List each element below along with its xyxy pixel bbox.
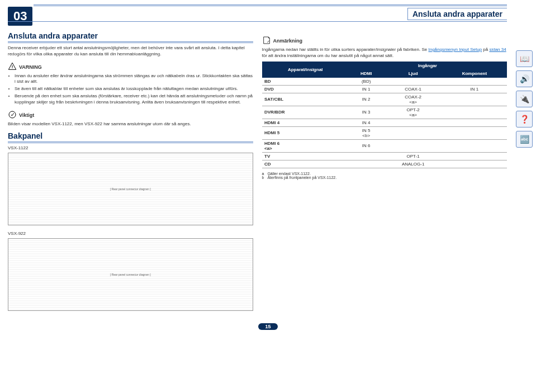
- header-rule: [34, 4, 507, 6]
- table-cell: OPT-2 <a>: [384, 106, 442, 119]
- intro-text: Denna receiver erbjuder ett stort antal …: [8, 45, 253, 58]
- header-title: Ansluta andra apparater: [407, 8, 507, 20]
- table-row: DVR/BDRIN 3OPT-2 <a>: [262, 106, 507, 119]
- table-cell: HDMI 5: [262, 126, 348, 139]
- table-cell: IN 1: [442, 85, 506, 93]
- table-cell: IN 3: [348, 106, 383, 119]
- table-cell: HDMI 6 <a>: [262, 139, 348, 152]
- left-column: Ansluta andra apparater Denna receiver e…: [8, 31, 253, 317]
- table-cell: IN 2: [348, 93, 383, 106]
- important-label: Viktigt: [19, 112, 34, 118]
- heading-rule: [8, 41, 253, 43]
- section-heading: Ansluta andra apparater: [8, 31, 253, 40]
- table-cell: HDMI 4: [262, 119, 348, 126]
- table-cell: [442, 106, 506, 119]
- th-apparat: Apparat/insignal: [262, 62, 348, 77]
- table-cell: OPT-1: [384, 152, 442, 160]
- chapter-badge: 03: [8, 7, 32, 26]
- table-cell: IN 4: [348, 119, 383, 126]
- header-rule-bottom: [8, 21, 507, 22]
- table-cell: (BD): [348, 77, 383, 85]
- table-cell: [348, 152, 383, 160]
- table-cell: [384, 139, 442, 152]
- table-cell: [384, 119, 442, 126]
- th-ingangar: Ingångar: [348, 62, 506, 69]
- important-icon: [8, 110, 17, 120]
- footnote-b-label: b: [262, 176, 264, 180]
- side-icon-help[interactable]: ❓: [516, 111, 533, 127]
- warning-item: Se även till att nätkablar till enheter …: [15, 86, 253, 92]
- table-row: CDANALOG-1: [262, 160, 507, 168]
- footnotes: aGäller endast VSX-1122. bÅterfinns på f…: [262, 172, 507, 180]
- svg-text:!: !: [12, 64, 13, 69]
- table-cell: BD: [262, 77, 348, 85]
- bakpanel-title: Bakpanel: [8, 131, 253, 140]
- note-text-part3: för att ändra inställningarna om du har …: [262, 53, 394, 58]
- table-cell: [442, 139, 506, 152]
- svg-point-1: [9, 111, 16, 118]
- table-cell: DVD: [262, 85, 348, 93]
- side-icon-book[interactable]: 📖: [516, 50, 533, 67]
- th-komponent: Komponent: [442, 69, 506, 77]
- model-label-2: VSX-922: [8, 231, 253, 236]
- note-text-part2: på: [482, 47, 489, 52]
- note-icon: [262, 36, 271, 46]
- side-icon-connect[interactable]: 🔌: [516, 91, 533, 107]
- table-cell: [384, 126, 442, 139]
- table-cell: [442, 77, 506, 85]
- rear-panel-diagram-1: [ Rear panel connector diagram ]: [8, 153, 253, 225]
- note-link-input-setup[interactable]: Ingångsmenyn Input Setup: [428, 47, 482, 52]
- table-row: HDMI 4IN 4: [262, 119, 507, 126]
- th-ljud: Ljud: [384, 69, 442, 77]
- table-row: TVOPT-1: [262, 152, 507, 160]
- table-cell: IN 5 <b>: [348, 126, 383, 139]
- warning-item: Innan du ansluter eller ändrar anslutnin…: [15, 73, 253, 86]
- table-cell: [442, 160, 506, 168]
- side-nav-icons: 📖 🔊 🔌 ❓ 🔤: [516, 50, 533, 148]
- important-text: Bilden visar modellen VSX-1122, men VSX-…: [8, 121, 253, 127]
- note-heading: Anmärkning: [262, 36, 507, 46]
- warning-icon: !: [8, 62, 17, 72]
- important-heading: Viktigt: [8, 110, 253, 120]
- table-cell: CD: [262, 160, 348, 168]
- table-cell: COAX-2 <a>: [384, 93, 442, 106]
- table-cell: [348, 160, 383, 168]
- note-text: Ingångarna nedan har ställts in för olik…: [262, 47, 507, 59]
- side-icon-audio[interactable]: 🔊: [516, 70, 533, 87]
- table-cell: [442, 93, 506, 106]
- table-cell: [442, 126, 506, 139]
- warning-heading: ! VARNING: [8, 62, 253, 72]
- footnote-a-label: a: [262, 172, 264, 176]
- note-link-page34[interactable]: sidan 34: [489, 47, 506, 52]
- table-cell: DVR/BDR: [262, 106, 348, 119]
- table-cell: IN 6: [348, 139, 383, 152]
- table-cell: [442, 119, 506, 126]
- page-number: 15: [258, 323, 277, 330]
- table-cell: TV: [262, 152, 348, 160]
- rear-panel-diagram-2: [ Rear panel connector diagram ]: [8, 238, 253, 311]
- page-number-container: 15: [0, 323, 536, 330]
- model-label-1: VSX-1122: [8, 145, 253, 150]
- footnote-a-text: Gäller endast VSX-1122.: [267, 172, 310, 176]
- table-row: BD(BD): [262, 77, 507, 85]
- warning-label: VARNING: [19, 64, 42, 70]
- side-icon-index[interactable]: 🔤: [516, 131, 533, 148]
- th-hdmi: HDMI: [348, 69, 383, 77]
- table-cell: [442, 152, 506, 160]
- bakpanel-rule: [8, 141, 253, 143]
- note-text-part1: Ingångarna nedan har ställts in för olik…: [262, 47, 429, 52]
- warning-list: Innan du ansluter eller ändrar anslutnin…: [8, 73, 253, 106]
- table-cell: COAX-1: [384, 85, 442, 93]
- footnote-b-text: Återfinns på frontpanelen på VSX-1122.: [267, 176, 336, 180]
- table-row: SAT/CBLIN 2COAX-2 <a>: [262, 93, 507, 106]
- inputs-table: Apparat/insignal Ingångar HDMI Ljud Komp…: [262, 62, 507, 168]
- table-cell: IN 1: [348, 85, 383, 93]
- table-row: HDMI 6 <a>IN 6: [262, 139, 507, 152]
- table-cell: ANALOG-1: [384, 160, 442, 168]
- table-cell: [384, 77, 442, 85]
- table-row: DVDIN 1COAX-1IN 1: [262, 85, 507, 93]
- table-row: HDMI 5IN 5 <b>: [262, 126, 507, 139]
- note-label: Anmärkning: [273, 38, 303, 44]
- right-column: Anmärkning Ingångarna nedan har ställts …: [262, 31, 507, 317]
- table-cell: SAT/CBL: [262, 93, 348, 106]
